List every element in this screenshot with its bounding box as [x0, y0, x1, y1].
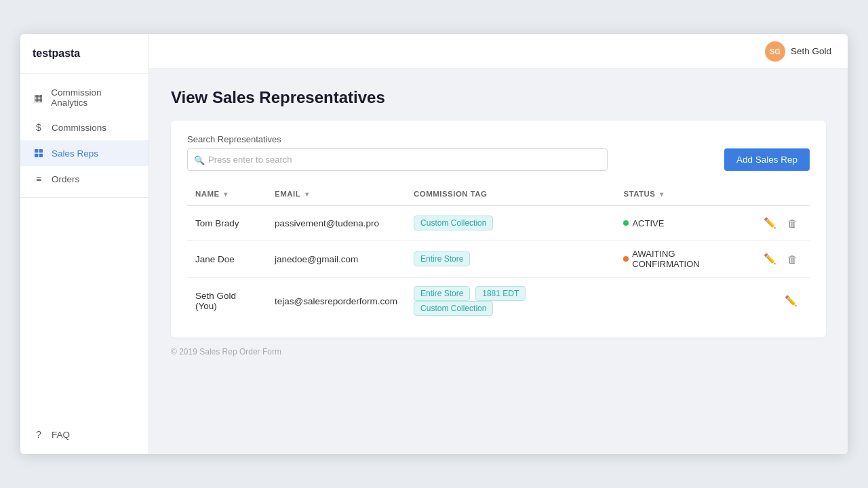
user-name: Seth Gold: [791, 46, 831, 56]
table-row: Seth Gold (You) tejas@salesreporderform.…: [187, 278, 810, 325]
sidebar-item-commissions[interactable]: $ Commissions: [20, 115, 149, 140]
status-dot-awaiting: [623, 256, 629, 262]
sales-reps-table: NAME ▾ EMAIL ▾ COMMISSION TAG: [187, 183, 810, 324]
edit-button[interactable]: ✏️: [760, 214, 781, 232]
rep-status: ACTIVE: [615, 205, 751, 241]
content-area: View Sales Representatives Search Repres…: [149, 69, 848, 454]
app-logo: testpasta: [20, 34, 149, 74]
user-avatar: SG: [765, 41, 785, 62]
delete-button[interactable]: 🗑: [783, 215, 802, 232]
sidebar-item-label: FAQ: [52, 430, 70, 440]
rep-email: janedoe@gmail.com: [267, 241, 406, 278]
rep-name: Tom Brady: [187, 205, 267, 241]
rep-status: AWAITING CONFIRMATION: [615, 241, 751, 278]
search-section: Search Representatives 🔍 Add Sales Rep: [187, 134, 810, 171]
sidebar-item-commission-analytics[interactable]: ▦ Commission Analytics: [20, 81, 149, 115]
add-sales-rep-button[interactable]: Add Sales Rep: [724, 148, 810, 171]
col-email[interactable]: EMAIL ▾: [267, 183, 406, 205]
status-dot-active: [623, 220, 629, 226]
page-title: View Sales Representatives: [171, 88, 826, 107]
search-icon: 🔍: [194, 155, 205, 165]
sidebar-divider: [20, 197, 149, 198]
sidebar-item-faq[interactable]: ? FAQ: [20, 422, 149, 447]
delete-button[interactable]: 🗑: [783, 251, 802, 268]
col-status[interactable]: STATUS ▾: [615, 183, 751, 205]
col-name[interactable]: NAME ▾: [187, 183, 267, 205]
sidebar-item-sales-reps[interactable]: Sales Reps: [20, 140, 149, 166]
rep-email: tejas@salesreporderform.com: [267, 278, 406, 325]
name-sort-icon: ▾: [224, 190, 227, 198]
tag-entire-store: Entire Store: [414, 286, 470, 301]
footer: © 2019 Sales Rep Order Form: [171, 338, 826, 357]
table-header-row: NAME ▾ EMAIL ▾ COMMISSION TAG: [187, 183, 810, 205]
edit-button[interactable]: ✏️: [781, 292, 802, 310]
main-card: Search Representatives 🔍 Add Sales Rep: [171, 121, 826, 338]
user-icon: [33, 147, 45, 159]
email-sort-icon: ▾: [305, 190, 309, 198]
rep-actions: ✏️: [751, 278, 810, 325]
rep-name: Jane Doe: [187, 241, 267, 278]
tag-entire-store: Entire Store: [414, 251, 470, 266]
search-input[interactable]: [187, 148, 608, 171]
table-row: Tom Brady passivement@tudena.pro Custom …: [187, 205, 810, 241]
status-text: ACTIVE: [632, 218, 664, 228]
tag-custom-collection: Custom Collection: [414, 301, 493, 316]
sidebar-bottom: ? FAQ: [20, 415, 149, 454]
rep-status: [615, 278, 751, 325]
col-actions: [751, 183, 810, 205]
search-input-wrap: 🔍: [187, 148, 608, 171]
sidebar: testpasta ▦ Commission Analytics $ Commi…: [20, 34, 149, 454]
svg-rect-0: [35, 149, 38, 152]
search-row: 🔍 Add Sales Rep: [187, 148, 810, 171]
rep-email: passivement@tudena.pro: [267, 205, 406, 241]
rep-actions: ✏️ 🗑: [751, 205, 810, 241]
sidebar-item-orders[interactable]: ≡ Orders: [20, 166, 149, 192]
svg-rect-2: [35, 154, 38, 157]
col-commission-tag: COMMISSION TAG: [406, 183, 615, 205]
rep-tags: Custom Collection: [406, 205, 615, 241]
dollar-icon: $: [33, 121, 45, 134]
search-label: Search Representatives: [187, 134, 810, 144]
sidebar-item-label: Sales Reps: [52, 148, 98, 159]
rep-tags: Entire Store: [406, 241, 615, 278]
status-text: AWAITING CONFIRMATION: [632, 249, 743, 269]
orders-icon: ≡: [33, 173, 45, 185]
status-sort-icon: ▾: [660, 190, 663, 198]
sidebar-item-label: Commissions: [52, 123, 106, 133]
main-area: SG Seth Gold View Sales Representatives …: [149, 34, 848, 454]
edit-button[interactable]: ✏️: [760, 250, 781, 268]
svg-rect-1: [39, 149, 43, 152]
grid-icon: ▦: [33, 92, 44, 104]
tag-code: 1881 EDT: [475, 286, 526, 301]
tag-custom-collection: Custom Collection: [414, 216, 493, 230]
sidebar-item-label: Orders: [52, 174, 79, 184]
rep-tags: Entire Store 1881 EDT Custom Collection: [406, 278, 615, 325]
sidebar-item-label: Commission Analytics: [51, 87, 136, 108]
faq-icon: ?: [33, 428, 45, 441]
rep-actions: ✏️ 🗑: [751, 241, 810, 278]
table-row: Jane Doe janedoe@gmail.com Entire Store …: [187, 241, 810, 278]
sidebar-nav: ▦ Commission Analytics $ Commissions Sal…: [20, 74, 149, 415]
svg-rect-3: [39, 154, 43, 157]
rep-name: Seth Gold (You): [187, 278, 267, 325]
top-bar: SG Seth Gold: [149, 34, 848, 69]
